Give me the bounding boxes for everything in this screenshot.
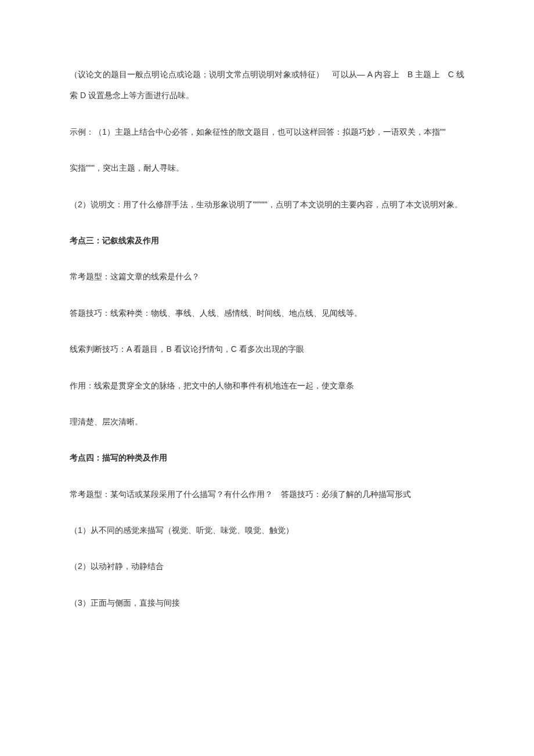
paragraph: 常考题型：这篇文章的线索是什么？ [70, 266, 464, 287]
paragraph: 作用：线索是贯穿全文的脉络，把文中的人物和事件有机地连在一起，使文章条 [70, 375, 464, 396]
document-page: （议论文的题目一般点明论点或论题；说明文常点明说明对象或特征） 可以从— A 内… [0, 0, 534, 756]
paragraph: 常考题型：某句话或某段采用了什么描写？有什么作用？ 答题技巧：必须了解的几种描写… [70, 484, 464, 505]
paragraph: 理清楚、层次清晰。 [70, 411, 464, 432]
section-heading: 考点四：描写的种类及作用 [70, 447, 464, 468]
paragraph: （2）以动衬静，动静结合 [70, 556, 464, 577]
paragraph: 答题技巧：线索种类：物线、事线、人线、感情线、时间线、地点线、见闻线等。 [70, 303, 464, 323]
paragraph: （1）从不同的感觉来描写（视觉、听觉、味觉、嗅觉、触觉） [70, 520, 464, 541]
paragraph: （3）正面与侧面，直接与间接 [70, 592, 464, 613]
paragraph: （议论文的题目一般点明论点或论题；说明文常点明说明对象或特征） 可以从— A 内… [70, 64, 464, 106]
paragraph: （2）说明文：用了什么修辞手法，生动形象说明了"""""，点明了本文说明的主要内… [70, 194, 464, 215]
paragraph: 线索判断技巧：A 看题目，B 看议论抒情句，C 看多次出现的字眼 [70, 339, 464, 359]
paragraph: 实指"""，突出主题，耐人寻味。 [70, 157, 464, 178]
section-heading: 考点三：记叙线索及作用 [70, 230, 464, 251]
paragraph: 示例：（1）主题上结合中心必答，如象征性的散文题目，也可以这样回答：拟题巧妙，一… [70, 121, 464, 142]
